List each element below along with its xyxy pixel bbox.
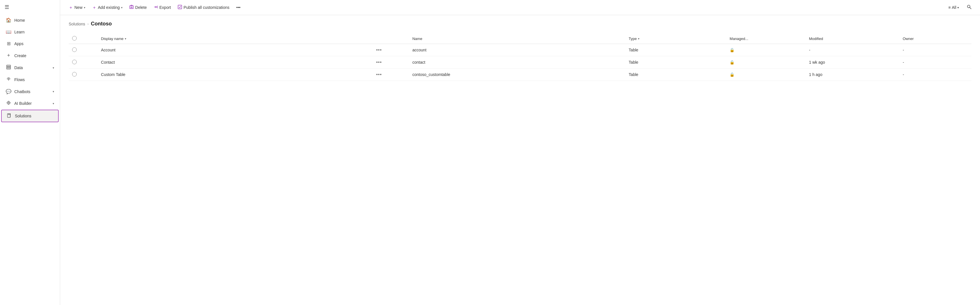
table-row: Custom Table ••• contoso_customtable Tab… xyxy=(69,68,971,81)
flows-icon xyxy=(6,77,11,82)
delete-icon xyxy=(129,5,134,10)
apps-icon: ⊞ xyxy=(6,41,11,46)
create-icon: + xyxy=(6,52,11,58)
chatbots-icon: 💬 xyxy=(6,89,11,94)
lock-icon: 🔒 xyxy=(730,48,734,52)
sidebar-item-label: Data xyxy=(14,65,23,70)
delete-label: Delete xyxy=(135,5,146,10)
row-owner: - xyxy=(899,56,971,68)
row-display-name: Contact xyxy=(98,56,372,68)
row-more-button[interactable]: ••• xyxy=(375,47,383,53)
sidebar-item-chatbots[interactable]: 💬 Chatbots ▾ xyxy=(1,86,59,97)
delete-button[interactable]: Delete xyxy=(127,3,150,12)
row-more-button[interactable]: ••• xyxy=(375,71,383,78)
data-icon xyxy=(6,65,11,71)
sidebar-item-label: AI Builder xyxy=(14,101,32,106)
hamburger-icon[interactable]: ☰ xyxy=(5,4,9,10)
table-row: Account ••• account Table 🔒 - - xyxy=(69,44,971,56)
filter-lines-icon: ≡ xyxy=(948,5,951,10)
new-label: New xyxy=(75,5,83,10)
breadcrumb: Solutions › Contoso xyxy=(69,21,971,27)
ai-builder-icon xyxy=(6,101,11,106)
th-modified: Modified xyxy=(805,34,899,44)
sidebar-item-learn[interactable]: 📖 Learn xyxy=(1,26,59,37)
svg-rect-0 xyxy=(6,65,11,66)
breadcrumb-parent-link[interactable]: Solutions xyxy=(69,22,85,26)
th-modified-label: Modified xyxy=(809,36,823,41)
toolbar-right: ≡ All ▾ xyxy=(945,3,974,12)
publish-button[interactable]: Publish all customizations xyxy=(175,3,232,12)
row-managed: 🔒 xyxy=(726,56,805,68)
th-select xyxy=(69,34,98,44)
chevron-down-icon: ▾ xyxy=(52,66,54,70)
row-select-cell xyxy=(69,68,98,81)
svg-line-22 xyxy=(970,8,971,9)
row-more-button[interactable]: ••• xyxy=(375,59,383,65)
table-row: Contact ••• contact Table 🔒 1 wk ago - xyxy=(69,56,971,68)
sidebar-item-label: Chatbots xyxy=(14,89,30,94)
more-dots-icon: ••• xyxy=(236,5,241,10)
chevron-down-icon: ▾ xyxy=(52,102,54,105)
add-existing-button[interactable]: ＋ Add existing ▾ xyxy=(89,3,126,12)
row-modified: 1 h ago xyxy=(805,68,899,81)
row-managed: 🔒 xyxy=(726,68,805,81)
new-chevron-icon: ▾ xyxy=(84,6,85,9)
row-dots-cell: ••• xyxy=(372,68,409,81)
th-display-name[interactable]: Display name ▾ xyxy=(98,34,372,44)
chevron-down-icon: ▾ xyxy=(52,90,54,93)
sidebar-item-solutions[interactable]: Solutions xyxy=(1,110,59,122)
publish-label: Publish all customizations xyxy=(183,5,229,10)
filter-chevron-icon: ▾ xyxy=(958,6,959,9)
select-all-checkbox[interactable] xyxy=(72,36,77,41)
export-label: Export xyxy=(159,5,171,10)
sidebar: ☰ 🏠 Home 📖 Learn ⊞ Apps + Create Data ▾ xyxy=(0,0,60,305)
solutions-table: Display name ▾ Name Type ▾ xyxy=(69,34,971,81)
learn-icon: 📖 xyxy=(6,29,11,35)
th-owner: Owner xyxy=(899,34,971,44)
th-managed: Managed... xyxy=(726,34,805,44)
row-checkbox[interactable] xyxy=(72,47,77,52)
row-select-cell xyxy=(69,56,98,68)
search-button[interactable] xyxy=(964,3,974,12)
toolbar: ＋ New ▾ ＋ Add existing ▾ xyxy=(60,0,980,15)
row-type: Table xyxy=(625,44,726,56)
sidebar-item-label: Learn xyxy=(14,30,25,34)
row-display-name: Custom Table xyxy=(98,68,372,81)
th-managed-label: Managed... xyxy=(730,36,748,41)
filter-button[interactable]: ≡ All ▾ xyxy=(945,3,962,11)
more-button[interactable]: ••• xyxy=(234,3,243,11)
sidebar-item-flows[interactable]: Flows xyxy=(1,74,59,85)
th-display-name-label: Display name xyxy=(101,36,124,41)
home-icon: 🏠 xyxy=(6,17,11,23)
add-existing-label: Add existing xyxy=(98,5,119,10)
sidebar-item-data[interactable]: Data ▾ xyxy=(1,62,59,73)
sidebar-item-ai-builder[interactable]: AI Builder ▾ xyxy=(1,98,59,109)
export-icon xyxy=(154,5,158,10)
row-checkbox[interactable] xyxy=(72,72,77,77)
new-icon: ＋ xyxy=(69,5,73,10)
lock-icon: 🔒 xyxy=(730,72,734,77)
svg-rect-20 xyxy=(178,5,182,9)
row-type: Table xyxy=(625,56,726,68)
breadcrumb-current: Contoso xyxy=(91,21,112,27)
export-button[interactable]: Export xyxy=(151,3,174,12)
row-modified: - xyxy=(805,44,899,56)
sidebar-item-label: Flows xyxy=(14,77,25,82)
row-checkbox[interactable] xyxy=(72,60,77,64)
row-name: contact xyxy=(409,56,625,68)
th-dots xyxy=(372,34,409,44)
publish-icon xyxy=(178,5,182,10)
svg-rect-1 xyxy=(6,66,11,68)
row-type: Table xyxy=(625,68,726,81)
add-existing-icon: ＋ xyxy=(92,5,97,10)
sidebar-item-create[interactable]: + Create xyxy=(1,50,59,62)
add-existing-chevron-icon: ▾ xyxy=(121,6,123,9)
sidebar-header: ☰ xyxy=(0,0,60,14)
sidebar-item-label: Create xyxy=(14,54,26,58)
sidebar-item-home[interactable]: 🏠 Home xyxy=(1,14,59,26)
th-type[interactable]: Type ▾ xyxy=(625,34,726,44)
row-select-cell xyxy=(69,44,98,56)
th-owner-label: Owner xyxy=(903,36,913,41)
sidebar-item-apps[interactable]: ⊞ Apps xyxy=(1,38,59,49)
new-button[interactable]: ＋ New ▾ xyxy=(66,3,88,12)
